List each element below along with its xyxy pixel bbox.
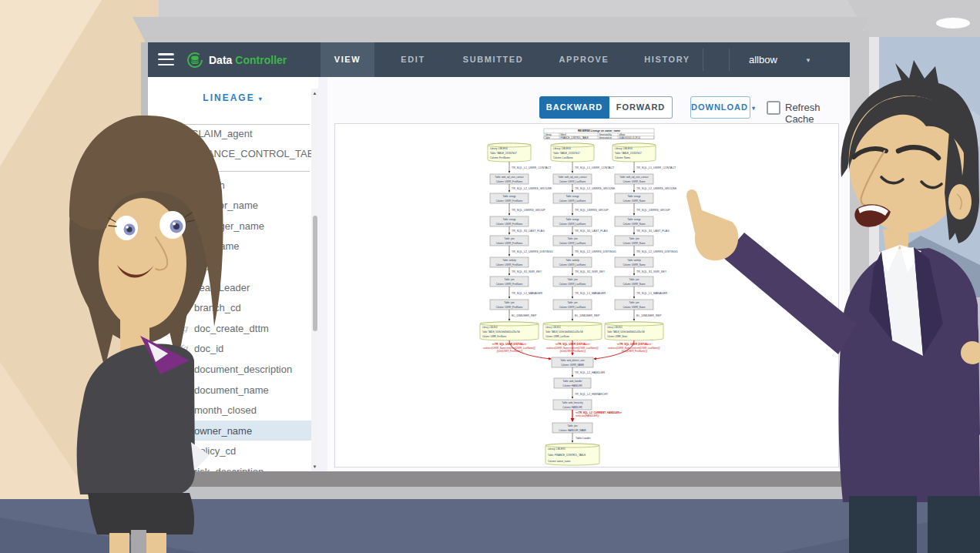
sidebar-item-org_name[interactable]: fgorg_name: [148, 236, 311, 256]
backward-button[interactable]: BACKWARD: [539, 96, 609, 119]
man-right-arm: [943, 279, 980, 453]
column-icon: fg: [177, 241, 190, 251]
svg-text:Library: LIBLEV4: Library: LIBLEV4: [545, 326, 561, 329]
svg-text:Column: USRR_LastName: Column: USRR_LastName: [559, 223, 586, 226]
sidebar-item-owner_name[interactable]: fgowner_name: [148, 421, 311, 441]
left-wall-highlight: [0, 362, 92, 499]
man-hair: [841, 60, 979, 243]
svg-text:Column: USRR_FirstName: Column: USRR_FirstName: [496, 306, 523, 309]
scroll-up-icon[interactable]: ▲: [311, 91, 318, 96]
sidebar-item-risk_description[interactable]: fgrisk_description: [148, 461, 311, 471]
sidebar-item-TeamLeader[interactable]: fgTeamLeader: [148, 277, 311, 297]
sidebar-divider: [162, 171, 310, 172]
svg-text:Table: join: Table: join: [629, 301, 639, 304]
sidebar-item-label: policy_cd: [194, 445, 236, 457]
user-menu[interactable]: allbow ▾: [749, 42, 810, 77]
scroll-down-icon[interactable]: ▼: [311, 464, 318, 469]
man-lapel: [869, 251, 892, 340]
svg-text:TR_SQL_S1_LAST_FLAG: TR_SQL_S1_LAST_FLAG: [636, 230, 670, 233]
svg-text:Column: USRR_FirstName: Column: USRR_FirstName: [496, 223, 523, 226]
sidebar-item-policy_cd[interactable]: fgpolicy_cd: [148, 441, 311, 461]
svg-text:Table Loader: Table Loader: [576, 437, 591, 440]
table-icon: ▦: [169, 149, 182, 159]
svg-text:Column: owner_name: Column: owner_name: [548, 460, 571, 463]
svg-text:,'||trim(USRR_FirstName))): ,'||trim(USRR_FirstName))): [621, 350, 648, 353]
floor: [0, 499, 980, 553]
column-icon: fg: [177, 467, 190, 471]
svg-text:Table: web_sql_user_contact: Table: web_sql_user_contact: [619, 176, 648, 179]
tab-history[interactable]: HISTORY: [639, 42, 695, 77]
sidebar-item-document_name[interactable]: fgdocument_name: [148, 380, 311, 400]
svg-text:allbow: allbow: [619, 133, 626, 136]
column-icon: fg: [177, 262, 190, 272]
monitor-stand-base: [137, 487, 858, 499]
svg-text:TR_SQL_L1_MANAGER: TR_SQL_L1_MANAGER: [575, 292, 606, 295]
svg-text:TR_SQL_USRRS_GROUP: TR_SQL_USRRS_GROUP: [575, 209, 609, 212]
sidebar-item-manager_name[interactable]: fgmanager_name: [148, 216, 311, 236]
hamburger-menu-icon[interactable]: [158, 53, 175, 69]
svg-text:Table: wsegp: Table: wsegp: [628, 195, 641, 198]
sidebar-item-document_description[interactable]: fgdocument_description: [148, 359, 311, 379]
svg-text:TR_SQL_L1_USRR_CONTACT: TR_SQL_L1_USRR_CONTACT: [512, 166, 552, 169]
forward-button[interactable]: FORWARD: [609, 96, 673, 119]
sidebar-item-label: org_name: [194, 240, 240, 252]
sidebar-item-label: CLAIM_agent: [191, 128, 253, 139]
svg-text:Column: USRR_LastName: Column: USRR_LastName: [545, 335, 570, 338]
svg-text:Column: USRR_FirstName: Column: USRR_FirstName: [496, 283, 523, 286]
svg-text:Table: join: Table: join: [629, 278, 639, 281]
refresh-cache-checkbox[interactable]: [767, 101, 780, 115]
svg-text:Column: USRR_Name: Column: USRR_Name: [623, 242, 645, 245]
svg-text:Column: USRR_FirstName: Column: USRR_FirstName: [496, 263, 523, 266]
svg-text:Column: USRR_Name: Column: USRR_Name: [623, 199, 645, 203]
svg-text:TR_SQL_L2_USRRS_DISTINGD: TR_SQL_L2_USRRS_DISTINGD: [512, 250, 553, 253]
brand-logo[interactable]: Data Controller: [186, 42, 287, 77]
svg-text:Column: HANDLER: Column: HANDLER: [562, 406, 582, 409]
chevron-down-icon: ▾: [807, 56, 811, 64]
man-right-hand: [961, 341, 980, 364]
sidebar-item-doc_id[interactable]: fgdoc_id: [148, 339, 311, 359]
svg-text:Table: wsegp: Table: wsegp: [566, 195, 579, 198]
sidebar-item-TEAM[interactable]: fgTEAM: [148, 256, 311, 276]
sidebar-item-branch[interactable]: fgbranch: [148, 175, 311, 195]
svg-text:Table: TABLE_221807b17: Table: TABLE_221807b17: [490, 152, 517, 155]
svg-text:Column: USRR_LastName: Column: USRR_LastName: [559, 199, 586, 203]
sidebar-scrollbar[interactable]: ▲ ▼: [311, 89, 318, 471]
svg-text:Column: Name: Column: Name: [615, 156, 630, 159]
column-icon: fg: [177, 344, 190, 354]
scrollbar-thumb[interactable]: [313, 216, 317, 331]
sidebar-item-branch_cd[interactable]: fgbranch_cd: [148, 298, 311, 318]
svg-text:Table: FINANCE_CONTROL_TABLE: Table: FINANCE_CONTROL_TABLE: [548, 454, 586, 457]
tab-approve[interactable]: APPROVE: [552, 42, 616, 77]
tab-edit[interactable]: EDIT: [389, 42, 437, 77]
svg-text:Library: LIBLEV5: Library: LIBLEV5: [548, 447, 566, 451]
svg-text:REVERSE Lineage on owner_name: REVERSE Lineage on owner_name: [578, 129, 620, 132]
svg-text:Table: web_sql_user_contact: Table: web_sql_user_contact: [558, 176, 586, 179]
svg-text:TR_SQL_S1_NVR_KEY: TR_SQL_S1_NVR_KEY: [636, 270, 667, 273]
sidebar-item-label: director_name: [194, 199, 258, 211]
svg-text:Column: USRR_Name: Column: USRR_Name: [623, 263, 645, 266]
download-button[interactable]: DOWNLOAD▾: [690, 96, 750, 119]
woman-skirt: [88, 493, 194, 535]
sidebar-item-CLAIM_agent[interactable]: ▦CLAIM_agent: [148, 123, 311, 143]
column-icon: fg: [177, 364, 190, 374]
window-cloud: [879, 86, 980, 146]
tab-view[interactable]: VIEW: [321, 42, 374, 77]
sidebar-item-month_closed[interactable]: fgmonth_closed: [148, 401, 311, 421]
svg-text:Column: USRR_FirstName: Column: USRR_FirstName: [482, 335, 507, 338]
chevron-down-icon: ▾: [259, 96, 263, 102]
lineage-dropdown[interactable]: LINEAGE▾: [148, 92, 318, 103]
sidebar-item-FINANCE_CONTROL_TABLE[interactable]: ▦FINANCE_CONTROL_TABLE: [148, 143, 311, 163]
svg-text:TR_SQL_L2_USRRS_GROUSE: TR_SQL_L2_USRRS_GROUSE: [636, 187, 677, 190]
svg-text:Table: wsegp: Table: wsegp: [503, 195, 516, 198]
monitor-bottom-bezel: [143, 471, 852, 487]
tab-submitted[interactable]: SUBMITTED: [458, 42, 529, 77]
sidebar-item-director_name[interactable]: fgdirector_name: [148, 196, 311, 216]
column-icon: fg: [177, 446, 190, 456]
window-frame: [868, 37, 879, 462]
floor-shadow: [778, 511, 980, 553]
svg-text:TR_SQL_L1_MANAGER: TR_SQL_L1_MANAGER: [636, 292, 668, 295]
svg-text:Table: wsegp: Table: wsegp: [566, 218, 579, 221]
database-logo-icon: [186, 52, 203, 69]
sidebar-item-doc_create_dttm[interactable]: fgdoc_create_dttm: [148, 318, 311, 338]
svg-text:Table: TABLE_5009e1bb48d642a3: Table: TABLE_5009e1bb48d642a326a7d6: [482, 330, 520, 333]
